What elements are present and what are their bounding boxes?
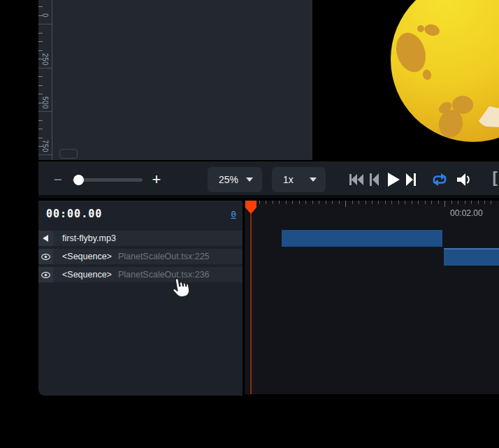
track-list: first-flyby.mp3<Sequence>PlanetScaleOut.… bbox=[38, 231, 243, 282]
chevron-down-icon bbox=[246, 178, 253, 182]
ruler-label: 250 bbox=[41, 53, 49, 66]
mute-toggle-button[interactable] bbox=[456, 172, 471, 187]
in-out-marker-button[interactable]: [ bbox=[490, 169, 499, 187]
track-label: first-flyby.mp3 bbox=[62, 233, 116, 243]
composition-preview bbox=[312, 0, 499, 160]
timeline-section: 00:00.00 0 first-flyby.mp3<Sequence>Plan… bbox=[38, 201, 499, 396]
loop-toggle-button[interactable] bbox=[431, 173, 448, 187]
track-row[interactable]: <Sequence>PlanetScaleOut.tsx:236 bbox=[38, 267, 243, 282]
playback-toolbar: − + 25% 1x bbox=[38, 161, 499, 198]
moon-illustration bbox=[312, 0, 499, 160]
timeline-header: 00:00.00 0 bbox=[38, 201, 243, 227]
current-timecode: 00:00.00 bbox=[46, 208, 102, 220]
playback-rate-dropdown[interactable]: 1x bbox=[272, 167, 326, 192]
track-row[interactable]: <Sequence>PlanetScaleOut.tsx:225 bbox=[38, 249, 243, 264]
next-frame-icon bbox=[405, 173, 417, 187]
play-button[interactable] bbox=[386, 172, 400, 187]
loop-icon bbox=[431, 173, 448, 187]
track-source-ref: PlanetScaleOut.tsx:236 bbox=[118, 270, 210, 280]
current-frame-link[interactable]: 0 bbox=[231, 209, 236, 219]
next-frame-button[interactable] bbox=[405, 173, 417, 187]
zoom-level-dropdown[interactable]: 25% bbox=[208, 167, 262, 192]
speaker-icon[interactable] bbox=[38, 231, 53, 246]
previous-frame-icon bbox=[369, 173, 379, 186]
sequence-clip[interactable] bbox=[444, 248, 499, 266]
track-source-ref: PlanetScaleOut.tsx:225 bbox=[118, 252, 210, 261]
timeline-lanes[interactable]: 00:02.00 bbox=[245, 201, 499, 394]
track-label: <Sequence> bbox=[62, 252, 112, 261]
canvas-corner-widget bbox=[59, 149, 78, 159]
previous-frame-button[interactable] bbox=[369, 173, 379, 186]
timeline-time-label: 00:02.00 bbox=[450, 208, 483, 218]
remotion-studio-window: 0250500750 bbox=[0, 0, 499, 448]
track-label: <Sequence> bbox=[62, 270, 112, 280]
canvas-stage: 0250500750 bbox=[38, 0, 499, 160]
skip-to-start-button[interactable] bbox=[349, 173, 364, 187]
chevron-down-icon bbox=[310, 178, 317, 182]
eye-icon[interactable] bbox=[38, 249, 53, 264]
hand-cursor bbox=[168, 276, 191, 301]
play-icon bbox=[386, 172, 400, 187]
playhead-handle[interactable] bbox=[245, 201, 257, 215]
vertical-ruler: 0250500750 bbox=[38, 0, 52, 160]
canvas-zoom-slider-thumb[interactable] bbox=[73, 175, 84, 185]
skip-to-start-icon bbox=[349, 173, 364, 187]
volume-icon bbox=[456, 172, 471, 187]
playhead-line[interactable] bbox=[250, 201, 252, 394]
sequence-clip[interactable] bbox=[282, 230, 442, 247]
eye-icon[interactable] bbox=[38, 267, 53, 282]
track-row[interactable]: first-flyby.mp3 bbox=[38, 231, 243, 246]
playback-rate-value: 1x bbox=[283, 174, 294, 185]
canvas-zoom-in-button[interactable]: + bbox=[147, 170, 166, 189]
canvas-zoom-out-button[interactable]: − bbox=[50, 171, 66, 189]
zoom-level-value: 25% bbox=[219, 174, 238, 185]
timeline-track-panel: 00:00.00 0 first-flyby.mp3<Sequence>Plan… bbox=[38, 201, 243, 396]
